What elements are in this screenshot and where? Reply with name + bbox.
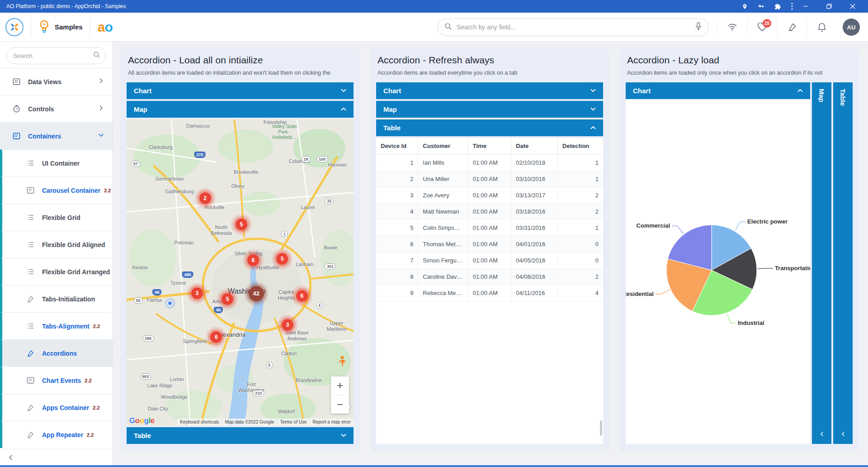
accordion-header-table[interactable]: Table (376, 119, 603, 136)
global-search-input[interactable] (457, 24, 690, 31)
pie-label-electric-power: Electric power (747, 218, 788, 225)
minimize-button[interactable] (803, 4, 816, 9)
window-title: AO Platform - public demo - AppOrchid - … (6, 3, 742, 10)
notifications-bell-icon[interactable] (807, 18, 836, 36)
sidebar-section-data-views[interactable]: Data Views (0, 68, 113, 95)
cluster-marker-3[interactable]: 3 (282, 319, 293, 331)
table-row[interactable]: 9Rebecca Me…01:00 AM04/11/20164 (376, 285, 603, 301)
data-table: Device IdCustomerTimeDateDetection1Ian M… (376, 138, 603, 301)
column-header-time[interactable]: Time (468, 138, 511, 154)
sidebar-item-tabs-alignment[interactable]: Tabs-Alignment2.2 (0, 312, 113, 339)
browser-menu-icon[interactable] (791, 3, 793, 10)
sidebar-item-app-repeater[interactable]: App Repeater2.2 (0, 421, 113, 448)
accordion-header-map[interactable]: Map (127, 101, 354, 118)
sidebar-item-flexible-grid-aligned[interactable]: Flexible Grid Aligned (0, 231, 113, 258)
google-map[interactable]: DamascusClarksburgFriendshipValley State… (127, 119, 354, 425)
map-attr-report-a-map-error[interactable]: Report a map error (310, 419, 354, 424)
column-header-device-id[interactable]: Device Id (376, 138, 418, 154)
location-pin-icon[interactable] (742, 3, 748, 10)
map-attr-terms-of-use[interactable]: Terms of Use (277, 419, 310, 424)
list-icon (26, 159, 35, 168)
sidebar-item-ui-container[interactable]: UI Container (0, 149, 113, 176)
table-row[interactable]: 1Ian Mills01:00 AM02/10/20181 (376, 154, 603, 171)
global-search[interactable] (438, 18, 709, 36)
stopwatch-icon (12, 105, 21, 114)
chevron-left-icon (840, 430, 847, 439)
sidebar-item-flexible-grid[interactable]: Flexible Grid (0, 204, 113, 231)
panel-title: Accordion - Refresh always (377, 55, 602, 66)
user-avatar[interactable]: AU (843, 19, 860, 36)
sidebar-item-tabs-initialization[interactable]: Tabs-Initialization (0, 285, 113, 312)
table-row[interactable]: 3Zoe Avery01:00 AM03/13/20172 (376, 187, 603, 203)
cluster-marker-5[interactable]: 5 (276, 253, 288, 265)
table-row[interactable]: 2Una Miller01:00 AM03/10/20161 (376, 171, 603, 187)
sidebar-collapse-bar[interactable] (0, 449, 113, 465)
table-row[interactable]: 4Matt Newman01:00 AM03/18/20162 (376, 203, 603, 219)
chevron-left-icon (818, 430, 826, 439)
card-icon (26, 186, 35, 195)
cluster-marker-8[interactable]: 8 (247, 254, 259, 266)
accordion-vertical-table[interactable]: Table (833, 82, 853, 444)
version-badge: 2.2 (85, 378, 91, 383)
cluster-marker-42[interactable]: 42 (249, 286, 264, 301)
wifi-icon[interactable] (717, 18, 747, 36)
cluster-marker-5[interactable]: 5 (236, 219, 247, 230)
accordion-header-table[interactable]: Table (127, 427, 354, 444)
column-header-date[interactable]: Date (511, 138, 558, 154)
current-location-dot (167, 300, 173, 306)
accordion-vertical-map[interactable]: Map (812, 82, 831, 444)
cluster-marker-6[interactable]: 6 (210, 331, 222, 343)
sidebar-section-controls[interactable]: Controls (0, 95, 113, 122)
panel-title: Accordion - Lazy load (627, 55, 851, 66)
favorites-heart-icon[interactable]: 15 (747, 18, 777, 36)
version-badge: 2.2 (93, 405, 99, 410)
sidebar-item-apps-container[interactable]: Apps Container2.2 (0, 394, 113, 421)
extensions-puzzle-icon[interactable] (774, 3, 781, 10)
zoom-out-button[interactable]: − (331, 396, 349, 414)
sidebar-item-accordions[interactable]: Accordions (0, 339, 113, 367)
platform-logo-icon[interactable] (5, 18, 24, 36)
window-bottom-edge (0, 465, 868, 467)
accordion-header-chart[interactable]: Chart (626, 82, 810, 99)
accordion-header-chart[interactable]: Chart (127, 82, 354, 99)
cluster-marker-6[interactable]: 6 (296, 290, 308, 302)
map-footer: Google Keyboard shortcutsMap data ©2022 … (127, 419, 354, 425)
panel-refresh-always: Accordion - Refresh always Accordion ite… (370, 49, 609, 450)
sidebar-section-containers[interactable]: Containers (0, 122, 113, 149)
zoom-in-button[interactable]: + (331, 376, 349, 395)
chevron-down-icon (98, 132, 104, 140)
table-row[interactable]: 5Colin Simps…01:00 AM03/31/20161 (376, 219, 603, 236)
lightbulb-icon (38, 19, 50, 35)
sidebar-item-chart-events[interactable]: Chart Events2.2 (0, 367, 113, 394)
panel-subtitle: All accordion items are loaded on intial… (128, 70, 352, 76)
sidebar-nav: Data ViewsControlsContainersUI Container… (0, 68, 113, 449)
chevron-down-icon (589, 105, 597, 114)
table-row[interactable]: 8Caroline Dav…01:00 AM04/08/20162 (376, 268, 603, 285)
sidebar-item-flexible-grid-arranged[interactable]: Flexible Grid Arranged (0, 258, 113, 285)
table-scrollbar[interactable] (600, 420, 602, 436)
sidebar-item-carousel-container[interactable]: Carousel Container2.2 (0, 176, 113, 204)
close-button[interactable] (850, 4, 863, 9)
google-logo: Google (129, 416, 155, 425)
signature-pen-icon[interactable] (777, 18, 807, 36)
table-row[interactable]: 7Simon Fergu…01:00 AM04/05/20160 (376, 252, 603, 268)
sidebar-search[interactable] (6, 47, 106, 64)
cluster-marker-3[interactable]: 3 (191, 287, 203, 299)
cluster-marker-5[interactable]: 5 (222, 293, 233, 305)
chevron-up-icon (796, 86, 804, 96)
restore-button[interactable] (826, 4, 840, 9)
column-header-customer[interactable]: Customer (418, 138, 468, 154)
table-row[interactable]: 6Thomas Met…01:00 AM04/01/20160 (376, 236, 603, 252)
column-header-detection[interactable]: Detection (558, 138, 603, 154)
cluster-marker-2[interactable]: 2 (199, 192, 211, 204)
accordion-header-map[interactable]: Map (376, 101, 603, 118)
accordion-header-chart[interactable]: Chart (376, 82, 603, 99)
microphone-icon[interactable] (695, 22, 702, 33)
pen-icon (26, 349, 35, 358)
pegman-icon[interactable] (339, 356, 346, 369)
key-icon[interactable] (758, 3, 764, 10)
version-badge: 2.2 (104, 188, 111, 193)
sidebar-search-input[interactable] (13, 52, 93, 59)
chevron-up-icon (340, 105, 348, 114)
pen-icon (26, 430, 35, 439)
